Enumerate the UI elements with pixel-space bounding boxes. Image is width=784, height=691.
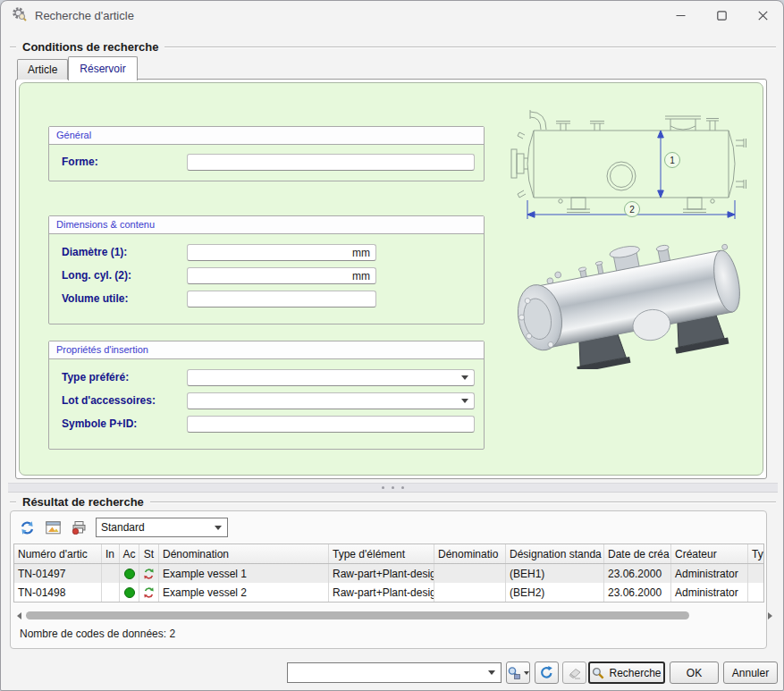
cell-createur: Administrator [671,564,748,583]
lot-accessoires-label: Lot d'accessoires: [62,394,156,407]
sync-status-icon [143,586,155,599]
section-general: Général Forme: [48,126,485,181]
eraser-icon [568,666,582,679]
clear-button[interactable] [562,662,586,684]
table-row[interactable]: TN-01498 Example vessel 2 Raw-part+Plant… [14,583,763,602]
cell-createur: Administrator [671,583,748,602]
minimize-button[interactable] [660,1,701,29]
cancel-button[interactable]: Annuler [723,662,778,684]
volume-label: Volume utile: [62,292,128,305]
article-search-dialog: Recherche d'article Conditions de recher… [0,0,784,691]
reservoir-form-panel: Général Forme: Dimensions & contenu Diam… [19,82,763,476]
dim2-marker: 2 [629,205,635,215]
scrollbar-thumb[interactable] [26,611,689,619]
long-cyl-unit: mm [352,270,370,282]
cell-type-element: Raw-part+Plant-desig [329,583,434,602]
lot-accessoires-select[interactable] [187,392,475,409]
section-dimensions-title: Dimensions & contenu [49,216,484,234]
col-designation-standard[interactable]: Désignation standa [506,544,604,563]
tab-reservoir[interactable]: Réservoir [68,56,137,80]
view-select[interactable]: Standard [96,518,228,537]
sync-status-icon [143,568,155,580]
section-general-title: Général [49,127,484,145]
section-dimensions: Dimensions & contenu Diamètre (1): mm Lo… [48,215,485,324]
window-controls [660,1,783,29]
horizontal-scrollbar[interactable] [13,610,775,621]
cell-in [102,564,120,583]
symbole-pid-input[interactable] [187,416,475,433]
tab-article[interactable]: Article [17,59,68,80]
cell-denominatio [434,583,506,602]
scroll-right-icon[interactable] [764,610,775,621]
search-icon [592,667,604,679]
table-row[interactable]: TN-01497 Example vessel 1 Raw-part+Plant… [14,564,763,583]
splitter-handle[interactable] [8,483,778,493]
print-results-icon[interactable] [70,518,88,536]
saved-search-select[interactable] [287,662,502,683]
col-in[interactable]: In [102,544,120,563]
scrollbar-track[interactable] [24,610,764,621]
col-numero[interactable]: Numéro d'artic [14,544,102,563]
col-typ[interactable]: Typ [748,544,764,563]
col-denominatio[interactable]: Dénominatio [434,544,506,563]
reservoir-tab-panel: Général Forme: Dimensions & contenu Diam… [15,79,767,479]
table-header-row: Numéro d'artic In Ac St Dénomination Typ… [14,544,763,564]
active-status-icon [124,587,135,598]
cancel-button-label: Annuler [732,667,769,679]
active-status-icon [124,569,135,579]
results-group-title: Résultat de recherche [22,495,144,509]
close-button[interactable] [742,1,783,29]
long-cyl-input[interactable]: mm [187,267,376,284]
cell-numero: TN-01498 [14,583,102,602]
cell-active [120,564,139,583]
col-denomination[interactable]: Dénomination [159,544,329,563]
section-insertion-title: Propriétés d'insertion [49,341,484,359]
divider [10,46,16,48]
save-search-button[interactable] [506,662,530,684]
cell-designation: (BEH2) [506,583,604,602]
type-prefere-select[interactable] [187,369,475,386]
maximize-button[interactable] [701,1,742,29]
volume-input[interactable] [187,291,376,308]
long-cyl-label: Long. cyl. (2): [62,269,131,282]
refresh-button[interactable] [535,662,559,684]
forme-label: Forme: [62,156,98,168]
results-table: Numéro d'artic In Ac St Dénomination Typ… [13,544,764,603]
search-tabs: Article Réservoir [17,56,138,80]
col-createur[interactable]: Créateur [671,544,748,563]
cell-date: 23.06.2000 [604,583,671,602]
ok-button[interactable]: OK [670,662,719,684]
cell-numero: TN-01497 [14,564,102,583]
view-select-value: Standard [101,521,145,534]
conditions-group-title: Conditions de recherche [22,40,158,54]
section-insertion: Propriétés d'insertion Type préféré: Lot… [48,341,485,450]
col-st[interactable]: St [139,544,159,563]
search-button[interactable]: Recherche [588,662,665,684]
chevron-down-icon [524,671,529,675]
result-count-status: Nombre de codes de données: 2 [20,628,175,640]
diametre-input[interactable]: mm [187,244,376,261]
forme-input[interactable] [187,154,475,171]
results-group-label: Résultat de recherche [10,495,776,509]
refresh-results-icon[interactable] [18,518,36,536]
conditions-group-label: Conditions de recherche [10,40,776,54]
cell-in [102,583,120,602]
diametre-label: Diamètre (1): [62,246,127,258]
ok-button-label: OK [687,667,702,679]
results-panel: Standard Numéro d'artic In Ac St Dénomin… [10,510,767,649]
window-title: Recherche d'article [35,9,134,22]
cell-typ [748,564,764,583]
col-date-creation[interactable]: Date de créa [604,544,671,563]
scroll-left-icon[interactable] [13,610,24,621]
dim1-marker: 1 [670,156,675,165]
result-view-icon[interactable] [44,518,62,536]
col-ac[interactable]: Ac [120,544,139,563]
cell-denominatio [434,564,506,583]
cell-status [139,564,159,583]
chevron-down-icon [488,670,495,675]
col-type-element[interactable]: Type d'élément [329,544,434,563]
search-button-label: Recherche [609,667,661,679]
footer-bar: Recherche OK Annuler [1,661,783,686]
vessel-dimension-drawing: 1 2 [507,108,768,232]
chevron-down-icon [461,399,468,403]
